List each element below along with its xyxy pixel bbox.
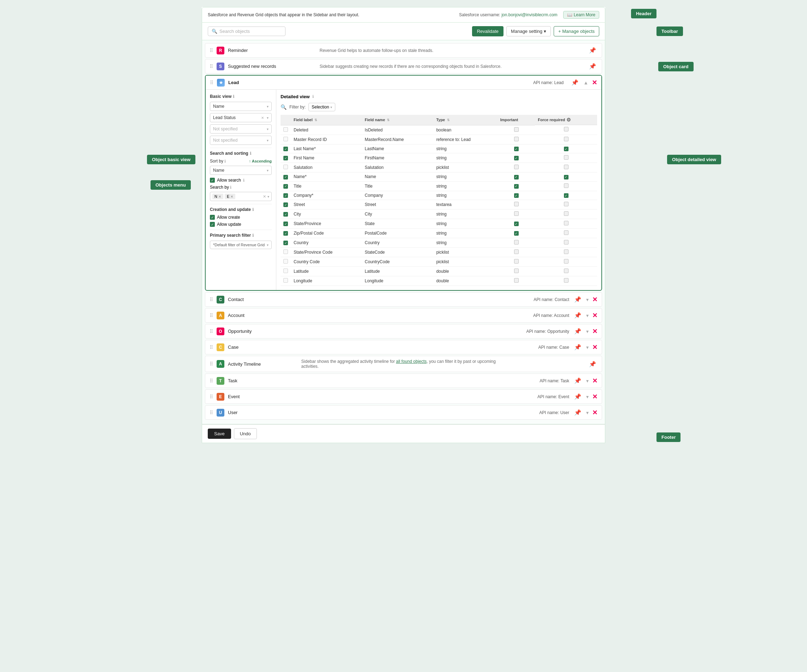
row-force-required[interactable]	[535, 238, 597, 248]
row-force-required[interactable]: ✓	[535, 191, 597, 200]
field-leadstatus-dropdown[interactable]: Lead Status ✕ ▾	[210, 113, 272, 122]
row-important[interactable]: ✓	[498, 191, 535, 200]
obj-pin-button[interactable]: 📌	[573, 327, 583, 335]
row-force-required[interactable]	[535, 181, 597, 191]
row-force-required[interactable]: ✓	[535, 173, 597, 182]
row-checkbox-unchecked[interactable]	[283, 269, 288, 273]
row-important[interactable]: ✓	[498, 219, 535, 229]
allow-update-checkbox[interactable]: ✓	[210, 222, 215, 227]
drag-handle[interactable]: ⠿	[209, 313, 213, 319]
row-force-required[interactable]	[535, 163, 597, 173]
row-check-cell[interactable]	[281, 257, 291, 267]
row-force-required[interactable]	[535, 276, 597, 286]
row-checkbox-checked[interactable]: ✓	[283, 184, 288, 189]
row-important[interactable]: ✓	[498, 181, 535, 191]
field-notspecified1-dropdown[interactable]: Not specified ▾	[210, 124, 272, 134]
tag-x-btn[interactable]: ✕	[263, 194, 266, 199]
row-check-cell[interactable]: ✓	[281, 153, 291, 163]
drag-handle[interactable]: ⠿	[209, 297, 213, 302]
field-notspecified2-dropdown[interactable]: Not specified ▾	[210, 136, 272, 145]
row-check-cell[interactable]	[281, 276, 291, 286]
row-checkbox-unchecked[interactable]	[283, 127, 288, 132]
row-checkbox-checked[interactable]: ✓	[283, 156, 288, 160]
obj-pin-button[interactable]: 📌	[573, 377, 583, 385]
row-force-required[interactable]	[535, 153, 597, 163]
obj-expand-button[interactable]: ▾	[586, 297, 589, 302]
row-important[interactable]	[498, 209, 535, 219]
obj-close-button[interactable]: ✕	[592, 409, 598, 416]
th-field-label[interactable]: Field label ⇅	[291, 115, 362, 125]
row-force-required[interactable]	[535, 229, 597, 238]
undo-button[interactable]: Undo	[234, 428, 257, 439]
th-type[interactable]: Type ⇅	[433, 115, 498, 125]
drag-handle-suggested[interactable]: ⠿	[209, 64, 213, 69]
row-important[interactable]	[498, 134, 535, 144]
force-checked[interactable]: ✓	[564, 193, 568, 198]
reminder-pin-button[interactable]: 📌	[588, 46, 598, 55]
obj-expand-button[interactable]: ▾	[586, 345, 589, 350]
important-checked[interactable]: ✓	[514, 156, 519, 160]
row-force-required[interactable]	[535, 248, 597, 257]
row-force-required[interactable]	[535, 257, 597, 267]
learn-more-button[interactable]: 📖 Learn More	[563, 11, 599, 19]
row-force-required[interactable]: ✓	[535, 144, 597, 153]
row-force-required[interactable]	[535, 134, 597, 144]
manage-setting-button[interactable]: Manage setting ▾	[506, 26, 551, 37]
row-important[interactable]: ✓	[498, 144, 535, 153]
row-check-cell[interactable]: ✓	[281, 173, 291, 182]
obj-close-button[interactable]: ✕	[592, 312, 598, 319]
row-force-required[interactable]	[535, 125, 597, 134]
sort-direction[interactable]: ↑ Ascending	[249, 159, 272, 163]
save-button[interactable]: Save	[208, 428, 231, 439]
force-checked[interactable]: ✓	[564, 175, 568, 179]
important-checked[interactable]: ✓	[514, 184, 519, 189]
row-check-cell[interactable]	[281, 248, 291, 257]
obj-pin-button[interactable]: 📌	[573, 343, 583, 351]
row-checkbox-checked[interactable]: ✓	[283, 231, 288, 236]
th-field-name[interactable]: Field name ⇅	[362, 115, 433, 125]
row-important[interactable]	[498, 276, 535, 286]
revalidate-button[interactable]: Revalidate	[472, 26, 503, 37]
gear-icon[interactable]: ⚙	[566, 117, 571, 123]
row-check-cell[interactable]: ✓	[281, 144, 291, 153]
important-checked[interactable]: ✓	[514, 175, 519, 179]
drag-handle[interactable]: ⠿	[209, 329, 213, 334]
row-important[interactable]: ✓	[498, 229, 535, 238]
lead-pin-button[interactable]: 📌	[570, 78, 580, 86]
suggested-pin-button[interactable]: 📌	[588, 62, 598, 70]
row-force-required[interactable]	[535, 209, 597, 219]
row-important[interactable]	[498, 163, 535, 173]
drag-handle[interactable]: ⠿	[209, 378, 213, 384]
row-checkbox-checked[interactable]: ✓	[283, 193, 288, 198]
row-important[interactable]: ✓	[498, 153, 535, 163]
row-important[interactable]	[498, 248, 535, 257]
row-checkbox-unchecked[interactable]	[283, 165, 288, 169]
obj-expand-button[interactable]: ▾	[586, 394, 589, 400]
drag-handle-lead[interactable]: ⠿	[210, 80, 213, 86]
row-check-cell[interactable]: ✓	[281, 229, 291, 238]
obj-close-button[interactable]: ✕	[592, 343, 598, 351]
search-box[interactable]: 🔍 Search objects	[208, 27, 286, 36]
obj-expand-button[interactable]: ▾	[586, 410, 589, 415]
important-checked[interactable]: ✓	[514, 231, 519, 236]
manage-objects-button[interactable]: + Manage objects	[554, 26, 599, 37]
row-check-cell[interactable]	[281, 163, 291, 173]
row-force-required[interactable]	[535, 219, 597, 229]
row-checkbox-unchecked[interactable]	[283, 259, 288, 264]
force-checked[interactable]: ✓	[564, 147, 568, 151]
tag-e-remove[interactable]: ✕	[230, 195, 233, 199]
row-checkbox-checked[interactable]: ✓	[283, 212, 288, 217]
row-force-required[interactable]	[535, 200, 597, 209]
row-checkbox-checked[interactable]: ✓	[283, 222, 288, 226]
obj-pin-button[interactable]: 📌	[573, 393, 583, 401]
row-important[interactable]	[498, 125, 535, 134]
obj-expand-button[interactable]: ▾	[586, 329, 589, 334]
lead-collapse-button[interactable]: ▲	[583, 80, 588, 86]
row-checkbox-checked[interactable]: ✓	[283, 175, 288, 179]
row-checkbox-checked[interactable]: ✓	[283, 202, 288, 207]
row-important[interactable]	[498, 238, 535, 248]
important-checked[interactable]: ✓	[514, 193, 519, 198]
row-checkbox-checked[interactable]: ✓	[283, 241, 288, 245]
obj-close-button[interactable]: ✕	[592, 377, 598, 385]
obj-close-button[interactable]: ✕	[592, 393, 598, 401]
